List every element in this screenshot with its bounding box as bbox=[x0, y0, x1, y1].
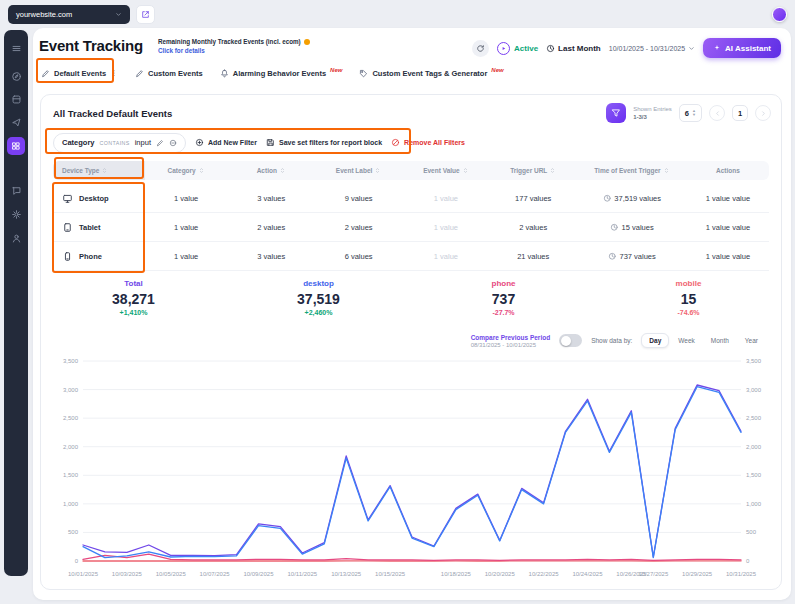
share-button[interactable] bbox=[136, 5, 155, 24]
sort-icon[interactable] bbox=[462, 167, 469, 174]
tab-alarming-behavior-events[interactable]: Alarming Behavior EventsNew bbox=[220, 69, 343, 78]
chevron-down-icon bbox=[688, 45, 695, 52]
svg-text:10/07/2025: 10/07/2025 bbox=[200, 571, 231, 577]
sort-icon[interactable] bbox=[549, 167, 556, 174]
tablet-icon bbox=[62, 222, 73, 233]
sort-icon[interactable] bbox=[663, 167, 670, 174]
tab-label: Default Events bbox=[54, 69, 106, 78]
category-cell: 1 value bbox=[145, 223, 228, 232]
svg-text:10/05/2025: 10/05/2025 bbox=[156, 571, 187, 577]
toggle-knob bbox=[561, 336, 571, 346]
site-selector[interactable]: yourwebsite.com bbox=[8, 5, 130, 24]
sidebar-item-menu[interactable] bbox=[4, 39, 28, 57]
ai-assistant-button[interactable]: AI Assistant bbox=[703, 38, 781, 58]
current-page[interactable]: 1 bbox=[732, 105, 748, 121]
card-header: All Tracked Default Events Shown Entries… bbox=[53, 101, 771, 125]
shown-entries: Shown Entries 1-3/3 bbox=[633, 105, 672, 121]
tab-default-events[interactable]: Default Events bbox=[41, 69, 118, 78]
header-actions: Active Last Month 10/01/2025 - 10/31/202… bbox=[472, 38, 781, 58]
filter-button[interactable] bbox=[606, 103, 626, 123]
sidebar-item-gear[interactable] bbox=[4, 205, 28, 223]
chevron-left-icon bbox=[714, 110, 721, 117]
period-selector[interactable]: Last Month bbox=[546, 44, 601, 53]
stats-row: Total38,271+1,410%desktop37,519+2,460%ph… bbox=[41, 279, 781, 316]
stat-label: phone bbox=[411, 279, 596, 288]
column-header-category[interactable]: Category bbox=[145, 167, 228, 174]
sidebar-item-user[interactable] bbox=[4, 229, 28, 247]
granularity-option-year[interactable]: Year bbox=[738, 334, 765, 347]
trigger-url-cell: 21 values bbox=[490, 252, 577, 261]
date-range-value: 10/01/2025 - 10/31/2025 bbox=[609, 45, 685, 52]
clock-icon bbox=[603, 194, 612, 203]
prev-page-button[interactable] bbox=[709, 105, 725, 121]
table-row-tablet[interactable]: Tablet1 value2 values2 values1 value2 va… bbox=[53, 213, 769, 242]
save-filters-button[interactable]: Save set filters for report block bbox=[266, 138, 382, 147]
series-total bbox=[83, 385, 741, 557]
status-label: Active bbox=[514, 44, 538, 53]
tab-custom-events[interactable]: Custom Events bbox=[135, 69, 203, 78]
granularity-option-month[interactable]: Month bbox=[704, 334, 736, 347]
chat-icon bbox=[11, 185, 22, 196]
page-title: Event Tracking bbox=[39, 37, 143, 54]
svg-text:3,000: 3,000 bbox=[63, 387, 79, 393]
stat-value: 737 bbox=[411, 291, 596, 307]
grid-icon bbox=[11, 141, 21, 151]
details-link[interactable]: Click for details bbox=[158, 47, 310, 54]
sidebar-item-grid[interactable] bbox=[7, 137, 25, 155]
new-badge: New bbox=[330, 67, 342, 73]
main-panel: Event Tracking Remaining Monthly Tracked… bbox=[33, 28, 791, 600]
category-cell: 1 value bbox=[145, 252, 228, 261]
column-header-event-value[interactable]: Event Value bbox=[402, 167, 489, 174]
date-range-selector[interactable]: 10/01/2025 - 10/31/2025 bbox=[609, 45, 695, 52]
chevron-right-icon bbox=[760, 110, 767, 117]
table-row-desktop[interactable]: Desktop1 value3 values9 values1 value177… bbox=[53, 184, 769, 213]
sidebar-item-send[interactable] bbox=[4, 113, 28, 131]
refresh-button[interactable] bbox=[472, 40, 489, 57]
svg-text:2,000: 2,000 bbox=[63, 444, 79, 450]
clock-icon bbox=[608, 252, 617, 261]
svg-text:10/20/2025: 10/20/2025 bbox=[485, 571, 516, 577]
avatar[interactable] bbox=[772, 7, 787, 22]
event-value-cell: 1 value bbox=[402, 252, 489, 261]
filter-chip[interactable]: Category CONTAINS input bbox=[53, 133, 186, 153]
granularity-option-day[interactable]: Day bbox=[641, 333, 669, 348]
column-header-time-of-event-trigger[interactable]: Time of Event Trigger bbox=[577, 167, 687, 174]
stat-label: desktop bbox=[226, 279, 411, 288]
remove-all-filters-button[interactable]: Remove All Filters bbox=[391, 138, 465, 147]
granularity-option-week[interactable]: Week bbox=[671, 334, 702, 347]
pencil-icon[interactable] bbox=[156, 139, 164, 147]
next-page-button[interactable] bbox=[755, 105, 771, 121]
sidebar-item-compass[interactable] bbox=[4, 67, 28, 85]
stat-change: -74.6% bbox=[596, 309, 781, 316]
svg-text:1,000: 1,000 bbox=[746, 501, 762, 507]
sort-icon[interactable] bbox=[101, 167, 108, 174]
stat-value: 38,271 bbox=[41, 291, 226, 307]
per-page-selector[interactable]: 6 ▲▼ bbox=[679, 104, 702, 122]
compare-toggle[interactable] bbox=[559, 334, 582, 347]
sort-icon[interactable] bbox=[279, 167, 286, 174]
table-row-phone[interactable]: Phone1 value3 values6 values1 value21 va… bbox=[53, 242, 769, 271]
column-header-event-label[interactable]: Event Label bbox=[315, 167, 402, 174]
trigger-url-cell: 177 values bbox=[490, 194, 577, 203]
sidebar-item-box[interactable] bbox=[4, 90, 28, 108]
tracking-status[interactable]: Active bbox=[497, 42, 538, 55]
device-cell: Desktop bbox=[53, 193, 145, 204]
topbar: yourwebsite.com bbox=[8, 4, 787, 24]
column-header-action[interactable]: Action bbox=[228, 167, 315, 174]
sort-icon[interactable] bbox=[374, 167, 381, 174]
share-icon bbox=[141, 10, 150, 19]
svg-text:500: 500 bbox=[68, 529, 79, 535]
dots-vertical-icon[interactable] bbox=[110, 69, 118, 77]
add-filter-button[interactable]: Add New Filter bbox=[195, 138, 257, 147]
svg-text:10/31/2025: 10/31/2025 bbox=[726, 571, 757, 577]
sidebar-item-chat[interactable] bbox=[4, 181, 28, 199]
tab-custom-event-tags-generator[interactable]: Custom Event Tags & GeneratorNew bbox=[359, 69, 503, 78]
slash-circle-icon bbox=[391, 138, 400, 147]
sort-icon[interactable] bbox=[198, 167, 205, 174]
svg-text:500: 500 bbox=[746, 529, 757, 535]
remove-filter-icon[interactable] bbox=[169, 139, 177, 147]
column-header-trigger-url[interactable]: Trigger URL bbox=[490, 167, 577, 174]
column-header-device-type[interactable]: Device Type bbox=[53, 161, 145, 180]
svg-text:10/01/2025: 10/01/2025 bbox=[68, 571, 99, 577]
stat-change: -27.7% bbox=[411, 309, 596, 316]
